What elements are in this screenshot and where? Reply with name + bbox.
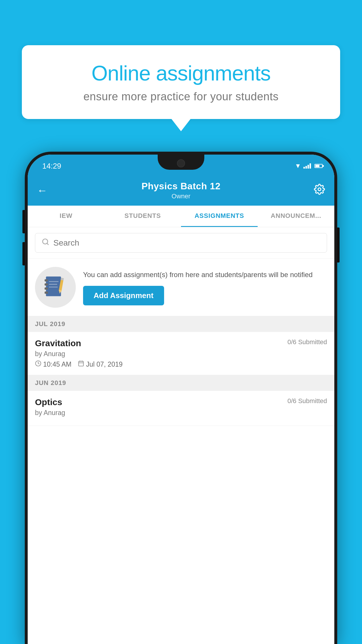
phone-screen: 14:29 ▼ ← Physics Batch 12 Owner	[28, 155, 334, 644]
notebook-icon	[45, 275, 66, 300]
speech-bubble-subtitle: ensure more practice for your students	[41, 90, 321, 103]
wifi-icon: ▼	[295, 162, 301, 170]
header-subtitle: Owner	[53, 192, 309, 200]
assignment-item-optics[interactable]: Optics 0/6 Submitted by Anurag	[28, 391, 334, 426]
speech-bubble: Online assignments ensure more practice …	[22, 45, 340, 119]
svg-rect-5	[45, 283, 48, 286]
phone-notch	[158, 155, 204, 170]
header-title: Physics Batch 12	[53, 181, 309, 192]
phone-content: You can add assignment(s) from here and …	[28, 227, 334, 644]
svg-rect-6	[45, 287, 48, 290]
assignment-time: 10:45 AM	[35, 360, 71, 368]
tab-announcements[interactable]: ANNOUNCEM...	[258, 206, 334, 227]
tab-iew[interactable]: IEW	[28, 206, 104, 227]
assignment-title-optics: Optics	[35, 397, 62, 407]
tab-students[interactable]: STUDENTS	[104, 206, 181, 227]
status-icons: ▼	[295, 162, 323, 170]
assignment-meta: 10:45 AM Jul 07, 2019	[35, 360, 327, 368]
svg-rect-15	[79, 361, 84, 366]
search-icon	[42, 238, 49, 248]
phone-frame: 14:29 ▼ ← Physics Batch 12 Owner	[25, 152, 337, 644]
calendar-icon	[78, 360, 84, 368]
power-button[interactable]	[337, 228, 340, 262]
assignment-item-gravitation[interactable]: Gravitation 0/6 Submitted by Anurag 10:4…	[28, 332, 334, 375]
assignment-title: Gravitation	[35, 338, 81, 348]
svg-point-0	[318, 188, 321, 191]
app-header: ← Physics Batch 12 Owner	[28, 175, 334, 206]
add-assignment-button[interactable]: Add Assignment	[83, 286, 164, 305]
svg-rect-3	[46, 276, 61, 296]
tab-assignments[interactable]: ASSIGNMENTS	[181, 206, 258, 227]
search-input[interactable]	[53, 238, 320, 248]
promo-section: You can add assignment(s) from here and …	[28, 258, 334, 316]
volume-down-button[interactable]	[22, 242, 25, 265]
svg-rect-10	[49, 286, 58, 287]
svg-rect-8	[49, 281, 59, 282]
promo-content: You can add assignment(s) from here and …	[83, 270, 327, 305]
clock-icon	[35, 360, 41, 368]
month-header-jul: JUL 2019	[28, 316, 334, 332]
svg-rect-9	[49, 284, 57, 285]
date-value: Jul 07, 2019	[86, 360, 122, 368]
time-value: 10:45 AM	[43, 360, 71, 368]
assignment-author: by Anurag	[35, 350, 327, 358]
promo-description: You can add assignment(s) from here and …	[83, 270, 327, 280]
search-bar[interactable]	[35, 233, 327, 253]
status-time: 14:29	[42, 162, 61, 171]
speech-bubble-title: Online assignments	[41, 61, 321, 85]
svg-rect-4	[45, 279, 48, 281]
month-header-jun: JUN 2019	[28, 375, 334, 391]
battery-icon	[314, 164, 323, 168]
volume-up-button[interactable]	[22, 210, 25, 233]
assignment-date: Jul 07, 2019	[78, 360, 122, 368]
assignment-author-optics: by Anurag	[35, 409, 327, 417]
assignment-top-row-optics: Optics 0/6 Submitted	[35, 397, 327, 407]
assignment-submitted-optics: 0/6 Submitted	[287, 397, 327, 405]
assignment-submitted: 0/6 Submitted	[287, 338, 327, 346]
speech-bubble-container: Online assignments ensure more practice …	[22, 45, 340, 119]
search-container	[28, 227, 334, 258]
settings-button[interactable]	[309, 184, 325, 197]
svg-rect-13	[61, 278, 64, 280]
assignment-top-row: Gravitation 0/6 Submitted	[35, 338, 327, 348]
tabs-container: IEW STUDENTS ASSIGNMENTS ANNOUNCEM...	[28, 206, 334, 227]
header-title-container: Physics Batch 12 Owner	[53, 181, 309, 200]
svg-line-2	[47, 243, 48, 245]
back-button[interactable]: ←	[37, 184, 53, 197]
front-camera	[177, 159, 185, 167]
promo-icon-circle	[35, 267, 76, 308]
signal-icon	[303, 163, 311, 169]
svg-rect-7	[45, 291, 48, 294]
